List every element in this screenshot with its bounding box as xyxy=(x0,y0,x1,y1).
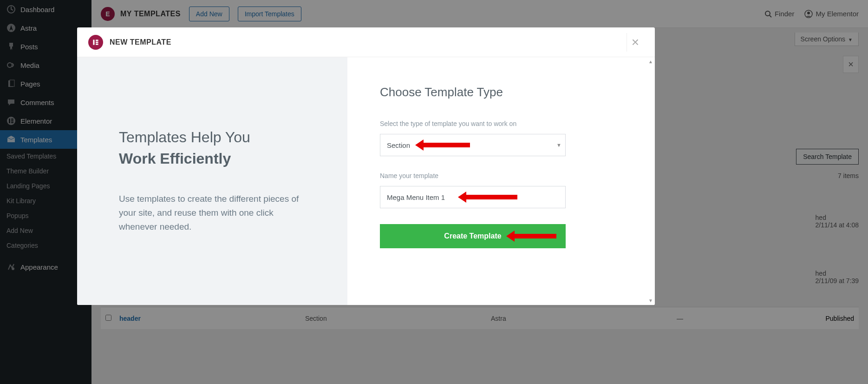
select-type-label: Select the type of template you want to … xyxy=(380,120,622,127)
choose-type-heading: Choose Template Type xyxy=(380,85,622,99)
template-type-select-wrap: Section ▼ xyxy=(380,134,622,156)
modal-description: Use templates to create the different pi… xyxy=(119,192,306,234)
modal-body: Templates Help You Work Efficiently Use … xyxy=(77,57,655,305)
svg-rect-15 xyxy=(93,40,94,45)
svg-rect-16 xyxy=(96,40,98,41)
svg-rect-17 xyxy=(96,41,98,43)
modal-left-panel: Templates Help You Work Efficiently Use … xyxy=(77,57,347,305)
modal-header: NEW TEMPLATE × xyxy=(77,27,655,57)
template-type-select[interactable]: Section xyxy=(380,134,566,156)
elementor-logo-icon xyxy=(88,35,103,50)
new-template-modal: NEW TEMPLATE × Templates Help You Work E… xyxy=(77,27,655,305)
template-name-input[interactable] xyxy=(380,186,566,208)
create-template-button[interactable]: Create Template xyxy=(380,224,566,248)
svg-rect-18 xyxy=(96,43,98,45)
scroll-down-icon[interactable]: ▼ xyxy=(648,298,653,303)
name-template-label: Name your template xyxy=(380,172,622,179)
scroll-up-icon[interactable]: ▲ xyxy=(648,59,653,64)
close-icon[interactable]: × xyxy=(627,33,644,52)
modal-headline: Templates Help You Work Efficiently xyxy=(119,128,306,168)
modal-right-panel: ▲ Choose Template Type Select the type o… xyxy=(347,57,655,305)
modal-title: NEW TEMPLATE xyxy=(110,38,171,46)
